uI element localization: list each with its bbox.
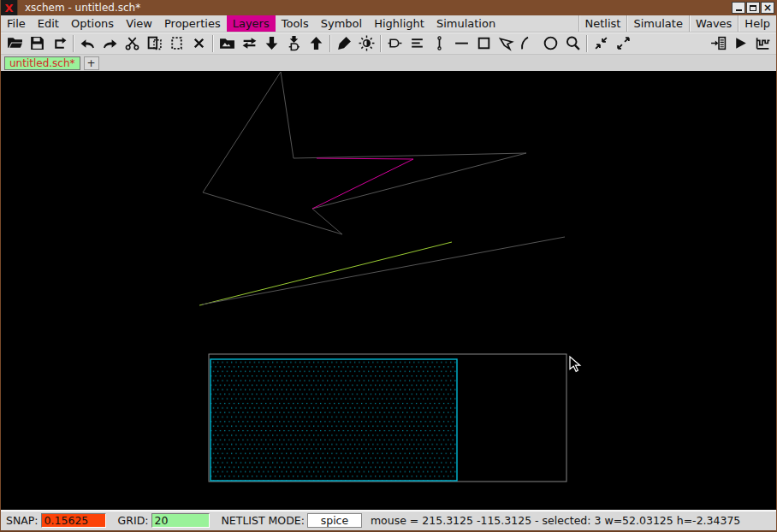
toolbar-separator xyxy=(73,35,74,52)
maximize-button[interactable] xyxy=(746,2,760,14)
snap-label: SNAP: xyxy=(6,514,39,527)
window-title: xschem - untitled.sch* xyxy=(18,2,732,14)
green-line[interactable] xyxy=(199,242,452,305)
toggle-light-button[interactable] xyxy=(355,33,377,54)
swap-icon xyxy=(241,35,258,51)
waves-icon xyxy=(755,35,771,51)
simulate-play-button[interactable] xyxy=(729,33,751,54)
insert-wire-button[interactable] xyxy=(428,33,450,54)
delete-icon xyxy=(191,35,207,51)
delete-button[interactable] xyxy=(187,33,210,54)
reload-icon xyxy=(51,35,68,51)
netlist-mode-select[interactable]: spice xyxy=(307,513,362,528)
new-tab-button[interactable]: + xyxy=(84,56,99,70)
toolbar-separator xyxy=(380,35,381,52)
menu-simulate[interactable]: Simulate xyxy=(626,15,688,32)
netlist-doc-button[interactable] xyxy=(707,33,729,54)
xschem-window: X xschem - untitled.sch* × FileEditOptio… xyxy=(0,0,777,532)
descend-schematic-button[interactable] xyxy=(260,33,282,54)
insert-line-button[interactable] xyxy=(450,33,472,54)
menu-help[interactable]: Help xyxy=(738,15,776,32)
open-file-button[interactable] xyxy=(3,33,26,54)
menu-layers[interactable]: Layers xyxy=(227,15,276,32)
paste-button[interactable] xyxy=(165,33,187,54)
close-button[interactable]: × xyxy=(761,2,774,14)
window-controls: × xyxy=(732,2,776,14)
netlist-doc-icon xyxy=(710,35,727,51)
menu-netlist[interactable]: Netlist xyxy=(578,15,627,32)
insert-arc-icon xyxy=(520,35,537,51)
statusbar: SNAP: 0.15625 GRID: 20 NETLIST MODE: spi… xyxy=(1,510,776,530)
menu-view[interactable]: View xyxy=(120,15,158,32)
menu-highlight[interactable]: Highlight xyxy=(368,15,430,32)
arrow-polygon[interactable] xyxy=(203,72,526,234)
go-back-icon xyxy=(308,35,324,51)
dotted-rectangle[interactable] xyxy=(211,359,457,481)
magenta-zigzag[interactable] xyxy=(312,158,413,209)
tabbar: untitled.sch* + xyxy=(1,55,776,71)
insert-circle-button[interactable] xyxy=(539,33,561,54)
descend-schematic-icon xyxy=(264,35,280,51)
toolbar xyxy=(1,33,776,55)
zoom-out-arrows-icon xyxy=(615,35,632,51)
copy-icon xyxy=(146,35,163,51)
reload-button[interactable] xyxy=(48,33,70,54)
toolbar-separator xyxy=(212,35,213,52)
edit-properties-button[interactable] xyxy=(333,33,355,54)
cut-button[interactable] xyxy=(121,33,143,54)
insert-polygon-icon xyxy=(498,35,514,51)
insert-wire-icon xyxy=(431,35,448,51)
place-symbol-icon xyxy=(219,35,235,51)
make-symbol-button[interactable] xyxy=(383,33,406,54)
menu-symbol[interactable]: Symbol xyxy=(315,15,368,32)
save-file-button[interactable] xyxy=(26,33,48,54)
place-symbol-button[interactable] xyxy=(216,33,238,54)
zoom-in-arrows-icon xyxy=(593,35,609,51)
menubar-spacer xyxy=(501,15,578,32)
schematic-canvas[interactable] xyxy=(1,71,776,510)
descend-symbol-button[interactable] xyxy=(282,33,305,54)
menu-simulation[interactable]: Simulation xyxy=(430,15,501,32)
undo-button[interactable] xyxy=(76,33,98,54)
insert-polygon-button[interactable] xyxy=(495,33,517,54)
mouse-coordinates: mouse = 215.3125 -115.3125 - selected: 3… xyxy=(371,514,740,527)
snap-input[interactable]: 0.15625 xyxy=(41,513,106,528)
redo-button[interactable] xyxy=(98,33,121,54)
titlebar: X xschem - untitled.sch* × xyxy=(1,0,776,15)
mouse-cursor xyxy=(570,357,580,371)
menu-waves[interactable]: Waves xyxy=(689,15,738,32)
menu-properties[interactable]: Properties xyxy=(158,15,227,32)
go-back-button[interactable] xyxy=(305,33,327,54)
insert-circle-icon xyxy=(543,35,559,51)
save-file-icon xyxy=(29,35,45,51)
tab-untitled-sch[interactable]: untitled.sch* xyxy=(4,56,80,70)
menubar: FileEditOptionsViewPropertiesLayersTools… xyxy=(1,15,776,33)
make-symbol-icon xyxy=(387,35,403,51)
zoom-box-icon xyxy=(565,35,581,51)
copy-button[interactable] xyxy=(143,33,165,54)
grid-input[interactable]: 20 xyxy=(151,513,210,528)
app-logo-icon: X xyxy=(1,0,18,15)
paste-icon xyxy=(169,35,185,51)
toolbar-separator xyxy=(329,35,330,52)
insert-line-icon xyxy=(454,35,470,51)
minimize-button[interactable] xyxy=(732,2,745,14)
gray-line[interactable] xyxy=(202,237,565,304)
waves-button[interactable] xyxy=(751,33,774,54)
zoom-box-button[interactable] xyxy=(561,33,584,54)
insert-arc-button[interactable] xyxy=(517,33,539,54)
menu-tools[interactable]: Tools xyxy=(276,15,315,32)
netlist-mode-label: NETLIST MODE: xyxy=(222,514,305,527)
swap-button[interactable] xyxy=(238,33,260,54)
menu-file[interactable]: File xyxy=(1,15,32,32)
zoom-out-arrows-button[interactable] xyxy=(612,33,634,54)
menu-edit[interactable]: Edit xyxy=(32,15,65,32)
insert-rect-button[interactable] xyxy=(472,33,495,54)
descend-symbol-icon xyxy=(286,35,302,51)
netlist-lines-icon xyxy=(409,35,425,51)
redo-icon xyxy=(102,35,118,51)
netlist-lines-button[interactable] xyxy=(406,33,428,54)
menu-options[interactable]: Options xyxy=(65,15,120,32)
zoom-in-arrows-button[interactable] xyxy=(590,33,612,54)
edit-properties-icon xyxy=(336,35,353,51)
